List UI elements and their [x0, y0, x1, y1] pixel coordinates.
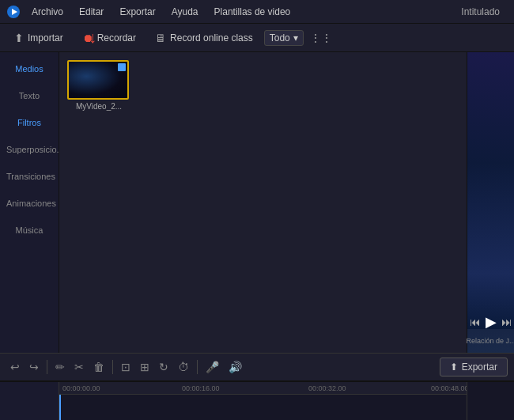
timeline: 00:00:00.00 00:00:16.00 00:00:32.00 00:0… — [0, 381, 514, 420]
timeline-mark-2: 00:00:32.00 — [308, 382, 346, 394]
title-bar: Archivo Editar Exportar Ayuda Plantillas… — [0, 0, 514, 24]
main-area: Medios Texto Filtros Superposicio... Tra… — [0, 52, 514, 353]
menu-plantillas[interactable]: Plantillas de video — [208, 5, 297, 19]
pencil-button[interactable]: ✏ — [51, 358, 69, 376]
monitor-icon: 🖥 — [155, 32, 166, 44]
timeline-right — [467, 382, 514, 420]
menu-editar[interactable]: Editar — [73, 5, 110, 19]
bottom-toolbar: ↩ ↪ ✏ ✂ 🗑 ⊡ ⊞ ↻ ⏱ 🎤 🔊 ⬆ Exportar — [0, 353, 514, 381]
export-label: Exportar — [462, 361, 497, 373]
menu-ayuda[interactable]: Ayuda — [165, 5, 205, 19]
toolbar-divider-3 — [197, 360, 198, 374]
timeline-mark-0: 00:00:00.00 — [62, 382, 100, 394]
import-button[interactable]: ⬆ Importar — [6, 28, 71, 47]
fast-forward-button[interactable]: ⏭ — [501, 316, 512, 328]
filter-label: Todo — [270, 32, 290, 44]
timeline-mark-1: 00:00:16.00 — [182, 382, 220, 394]
import-label: Importar — [28, 32, 63, 44]
import-icon: ⬆ — [14, 32, 24, 44]
toolbar-divider-2 — [112, 360, 113, 374]
clock-button[interactable]: ⏱ — [174, 358, 193, 376]
sidebar-item-medios[interactable]: Medios — [3, 56, 55, 81]
record-button[interactable]: ⏺ Recordar — [74, 28, 144, 47]
record-online-label: Record online class — [170, 32, 253, 44]
rotate-button[interactable]: ↻ — [155, 358, 172, 376]
expand-button[interactable]: ⊞ — [136, 358, 153, 376]
timeline-cursor — [59, 395, 61, 420]
timeline-main[interactable]: 00:00:00.00 00:00:16.00 00:00:32.00 00:0… — [59, 382, 467, 420]
export-button[interactable]: ⬆ Exportar — [440, 358, 508, 376]
record-icon: ⏺ — [82, 32, 93, 44]
record-online-button[interactable]: 🖥 Record online class — [147, 28, 261, 47]
timeline-mark-3: 00:00:48.00 — [431, 382, 467, 394]
filter-dropdown[interactable]: Todo ▾ — [264, 30, 304, 46]
export-icon: ⬆ — [450, 361, 458, 373]
crop-button[interactable]: ⊡ — [117, 358, 134, 376]
menu-archivo[interactable]: Archivo — [25, 5, 70, 19]
media-panel: MyVideo_2... — [59, 52, 467, 353]
chevron-down-icon: ▾ — [293, 32, 298, 44]
rewind-button[interactable]: ⏮ — [470, 316, 481, 328]
redo-button[interactable]: ↪ — [25, 358, 43, 376]
timeline-sidebar — [0, 382, 59, 420]
app-logo — [6, 5, 21, 19]
play-button[interactable]: ▶ — [486, 313, 497, 331]
media-thumbnail — [67, 60, 129, 100]
audio-button[interactable]: 🔊 — [225, 358, 246, 376]
media-filename: MyVideo_2... — [67, 102, 130, 111]
mic-button[interactable]: 🎤 — [202, 358, 223, 376]
sidebar: Medios Texto Filtros Superposicio... Tra… — [0, 52, 59, 353]
grid-view-icon[interactable]: ⋮⋮ — [307, 28, 335, 47]
preview-panel: ⏮ ▶ ⏭ Relación de J... — [467, 52, 514, 353]
sidebar-item-musica[interactable]: Música — [3, 218, 55, 243]
timeline-track[interactable] — [59, 395, 467, 420]
sidebar-item-filtros[interactable]: Filtros — [3, 110, 55, 135]
preview-ratio-label: Relación de J... — [466, 337, 514, 345]
main-toolbar: ⬆ Importar ⏺ Recordar 🖥 Record online cl… — [0, 24, 514, 52]
preview-controls: ⏮ ▶ ⏭ — [470, 313, 512, 331]
undo-button[interactable]: ↩ — [6, 358, 24, 376]
window-title: Intitulado — [461, 6, 500, 17]
record-label: Recordar — [97, 32, 136, 44]
sidebar-item-animaciones[interactable]: Animaciones — [3, 191, 55, 216]
sidebar-item-transiciones[interactable]: Transiciones — [3, 164, 55, 189]
thumbnail-image — [69, 62, 127, 98]
list-item[interactable]: MyVideo_2... — [67, 60, 130, 111]
sidebar-item-superposicion[interactable]: Superposicio... — [3, 137, 55, 162]
timeline-ruler: 00:00:00.00 00:00:16.00 00:00:32.00 00:0… — [59, 382, 467, 395]
preview-background — [467, 52, 514, 329]
sidebar-item-texto[interactable]: Texto — [3, 83, 55, 108]
delete-button[interactable]: 🗑 — [89, 358, 108, 376]
toolbar-divider-1 — [47, 360, 47, 374]
menu-exportar[interactable]: Exportar — [113, 5, 161, 19]
menu-bar: Archivo Editar Exportar Ayuda Plantillas… — [25, 5, 461, 19]
cut-button[interactable]: ✂ — [70, 358, 88, 376]
